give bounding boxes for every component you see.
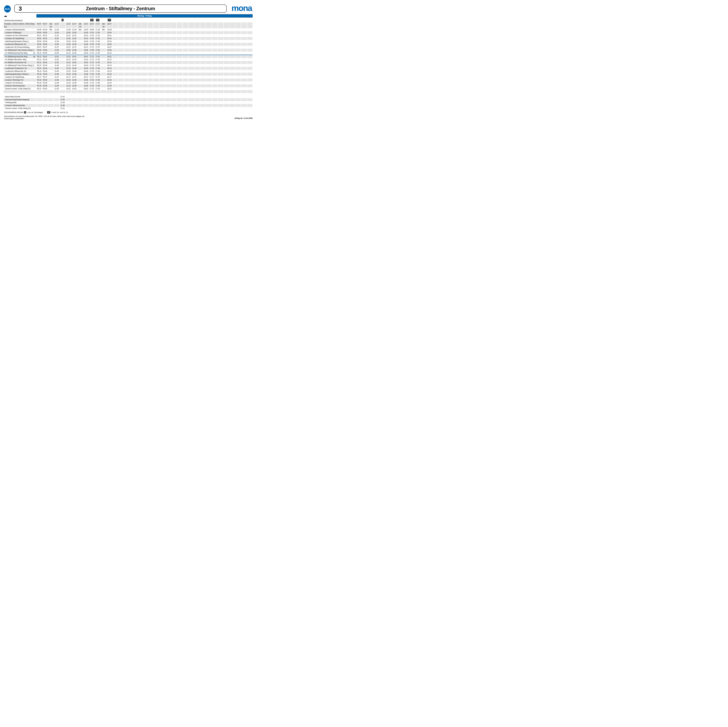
time-value: 16.45 <box>83 70 89 73</box>
time-cell <box>153 81 159 84</box>
time-cell <box>159 76 165 78</box>
time-value: 05.11 <box>37 55 42 58</box>
time-cell <box>77 76 83 78</box>
station-name: - Adenauerring/Haubensteigweg <box>4 98 29 101</box>
time-value: 12.57 <box>66 23 71 25</box>
time-cell <box>247 31 252 34</box>
time-cell <box>118 73 124 76</box>
time-cell <box>124 58 130 61</box>
time-cell <box>130 95 136 98</box>
time-cell <box>42 107 48 110</box>
time-cell <box>247 98 252 101</box>
time-cell <box>212 70 217 73</box>
time-cell <box>165 101 171 104</box>
time-cell <box>165 55 171 58</box>
time-cell <box>247 104 252 107</box>
time-cell <box>235 84 241 87</box>
time-cell <box>148 34 153 37</box>
legend: ZEICHENERKLÄRUNG: S= nur an SchultagenHS… <box>4 111 72 113</box>
time-cell <box>136 84 141 87</box>
time-cell: 17.41 <box>95 55 101 58</box>
time-cell <box>118 70 124 73</box>
time-cell <box>247 28 252 31</box>
time-cell <box>130 81 136 84</box>
time-cell: 12.31 <box>54 34 60 37</box>
station-name-cell: - Lindauer-/Westendstraße <box>4 84 36 87</box>
time-cell <box>159 67 165 70</box>
time-value: alle <box>101 23 106 25</box>
time-cell <box>48 49 54 52</box>
time-cell <box>183 37 188 40</box>
station-row: - Zentrum (ehem. ZUM) (Steig E2)12.51 <box>4 107 252 110</box>
time-cell <box>224 28 229 31</box>
station-name: - Aybühlweg/Sportpark (Steig 1) <box>4 73 29 76</box>
time-cell <box>54 90 60 93</box>
time-cell <box>183 40 188 43</box>
time-cell <box>171 28 176 31</box>
time-cell <box>212 104 217 107</box>
time-value: 13.17 <box>66 76 71 78</box>
time-cell: 19.11 <box>107 55 112 58</box>
time-cell: 05.04 <box>37 40 42 43</box>
time-cell: 18.59 <box>107 28 112 31</box>
time-value: 17.37 <box>95 46 101 49</box>
time-cell: 13.48 <box>72 81 77 84</box>
time-cell <box>177 52 182 55</box>
time-cell <box>77 37 83 40</box>
time-value: 16.43 <box>83 64 89 67</box>
time-cell <box>247 43 252 46</box>
time-cell <box>112 101 118 104</box>
station-name-cell: - Aybühlweg/Sportpark (Steig 1) <box>4 73 36 76</box>
time-cell: 17.48 <box>95 78 101 81</box>
time-cell <box>200 40 206 43</box>
station-name: - Im Stiftallm./Buchenb. Weg <box>4 58 26 61</box>
time-cell <box>229 34 235 37</box>
time-cell: 17.35 <box>95 43 101 46</box>
time-cell <box>206 73 211 76</box>
station-name-cell: - Lindauer-/Steufzger Str. <box>4 78 36 81</box>
station-name: - Im Stiftallmey/Jerg-Rist-Weg <box>4 52 28 55</box>
time-cell <box>77 84 83 87</box>
time-value: 13.12 <box>66 61 71 64</box>
time-cell <box>200 101 206 104</box>
time-cell <box>124 98 130 101</box>
time-cell <box>77 64 83 67</box>
time-cell <box>142 87 147 90</box>
time-value: 19.15 <box>107 70 112 73</box>
time-cell <box>130 61 136 64</box>
column-marker-s-col5: S <box>61 19 64 21</box>
time-cell <box>37 107 42 110</box>
time-cell: 16.48 <box>83 78 89 81</box>
time-cell: 17.30 <box>95 31 101 34</box>
time-cell <box>60 46 65 49</box>
time-cell <box>229 84 235 87</box>
time-cell <box>48 98 54 101</box>
station-name: - Im Stiftallm./Konstanzer Str. <box>4 61 27 64</box>
time-cell: 04.59 <box>37 28 42 31</box>
time-value: 13.41 <box>72 55 77 58</box>
time-value: 17.27 <box>95 23 101 25</box>
time-cell <box>48 87 54 90</box>
time-cell <box>136 107 141 110</box>
time-cell <box>241 28 247 31</box>
valid-from: Gültig ab: 14.12.2025 <box>234 117 252 119</box>
time-cell <box>165 90 171 93</box>
time-cell: 16.32 <box>83 37 89 40</box>
time-cell <box>229 70 235 73</box>
time-cell <box>212 98 217 101</box>
time-value: 17.10 <box>89 52 95 55</box>
time-cell <box>153 43 159 46</box>
time-cell <box>177 46 182 49</box>
station-name-cell: - Leutkircher-/Biberacher Str. <box>4 70 36 73</box>
time-cell: 19.18 <box>107 78 112 81</box>
time-cell <box>153 46 159 49</box>
time-cell <box>235 34 241 37</box>
time-cell <box>148 104 153 107</box>
time-cell <box>165 78 171 81</box>
time-cell: 12.47 <box>54 76 60 78</box>
time-cell <box>136 101 141 104</box>
time-cell <box>229 107 235 110</box>
time-cell <box>101 52 106 55</box>
verkehrshinweis-label: VERKEHRSHINWEIS <box>4 20 23 22</box>
time-cell: 12.52 <box>54 87 60 90</box>
